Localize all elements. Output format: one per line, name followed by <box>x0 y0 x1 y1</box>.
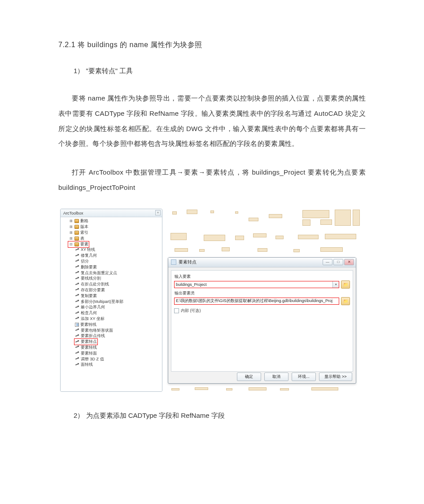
tree-tool[interactable]: 要素转线 <box>62 345 162 351</box>
expand-icon[interactable] <box>69 230 73 235</box>
toolbox-icon <box>74 219 79 223</box>
arctoolbox-tree[interactable]: 删格 版本 索引 表 要素 XY 转线 修复几何 切分 删除要素 复点去角面重定… <box>61 217 162 391</box>
tree-tool[interactable]: 添加 XY 坐标 <box>62 316 162 322</box>
hammer-icon <box>75 316 79 321</box>
tree-tool[interactable]: 最小边界几何 <box>62 304 162 310</box>
arctoolbox-titlebar: ArcToolbox × <box>61 209 162 217</box>
script-icon <box>75 323 79 327</box>
toolbox-icon <box>74 231 79 235</box>
hammer-icon <box>75 363 79 367</box>
hammer-icon <box>75 311 79 316</box>
dialog-body: 输入要素 buildings_Project ▾ 📁 输出要素类 E:\我的数据… <box>171 270 353 372</box>
cancel-button[interactable]: 取消 <box>264 373 288 381</box>
hammer-icon <box>75 357 79 361</box>
dialog-title: 要素转点 <box>179 259 322 265</box>
input-features-label: 输入要素 <box>175 274 350 280</box>
paragraph-1: 要将 name 属性作为块参照导出，需要一个点要素类以控制块参照的插入位置，点要… <box>58 91 366 151</box>
minimize-button[interactable]: — <box>323 259 332 265</box>
hammer-icon <box>75 340 79 344</box>
expand-icon[interactable] <box>69 219 73 224</box>
expand-icon[interactable] <box>69 225 73 229</box>
hammer-icon <box>75 345 79 350</box>
tree-tool[interactable]: 要素转线 <box>62 322 162 328</box>
ok-button[interactable]: 确定 <box>237 373 261 381</box>
arctoolbox-panel: ArcToolbox × 删格 版本 索引 表 要素 XY 转线 修复几何 切分… <box>60 209 162 392</box>
tree-tool[interactable]: 要线线分割 <box>62 276 162 281</box>
dropdown-icon[interactable]: ▾ <box>332 281 339 288</box>
tree-tool[interactable]: 删除要素 <box>62 264 162 270</box>
output-features-value: E:\我的数据\团队的文件\GIS的数据提取\解决的过程\Beijing.gdb… <box>175 298 339 304</box>
step-2-label: 2） 为点要素添加 CADType 字段和 RefName 字段 <box>74 412 366 420</box>
collapse-icon[interactable] <box>69 242 73 246</box>
tree-tool[interactable]: XY 转线 <box>62 247 162 253</box>
pin-icon[interactable]: × <box>155 210 161 215</box>
dialog-titlebar[interactable]: 要素转点 — □ ✕ <box>168 258 356 267</box>
section-heading: 7.2.1 将 buildings 的 name 属性作为块参照 <box>58 40 366 50</box>
maximize-button[interactable]: □ <box>333 259 343 265</box>
output-features-label: 输出要素类 <box>175 290 350 296</box>
hammer-icon <box>75 294 79 298</box>
checkbox-icon[interactable] <box>174 308 179 313</box>
tree-tool[interactable]: 要素折点传线 <box>62 333 162 339</box>
hammer-icon <box>75 288 79 292</box>
hammer-icon <box>75 334 79 338</box>
toolbox-icon <box>74 242 79 246</box>
toolbox-icon <box>74 225 79 229</box>
input-features-combo[interactable]: buildings_Project ▾ <box>174 281 339 288</box>
inside-checkbox-row[interactable]: 内部 (可选) <box>174 308 350 314</box>
tree-tool[interactable]: 复点去角面重定义点 <box>62 270 162 276</box>
hammer-icon <box>75 351 79 355</box>
hammer-icon <box>75 299 79 304</box>
tree-tool[interactable]: 存在部分要素 <box>62 287 162 293</box>
close-button[interactable]: ✕ <box>344 259 354 265</box>
feature-to-point-dialog: 要素转点 — □ ✕ 输入要素 buildings_Project ▾ 📁 输出… <box>168 257 356 384</box>
tree-tool[interactable]: 复制要素 <box>62 293 162 299</box>
hammer-icon <box>75 248 79 252</box>
hammer-icon <box>75 271 79 275</box>
tree-folder[interactable]: 索引 <box>62 230 162 236</box>
arctoolbox-title-text: ArcToolbox <box>63 211 83 215</box>
step-1-label: 1） "要素转点" 工具 <box>74 67 366 75</box>
expand-icon[interactable] <box>69 236 73 241</box>
toolbox-icon <box>74 237 79 241</box>
tree-tool[interactable]: 修复几何 <box>62 253 162 259</box>
tree-folder[interactable]: 版本 <box>62 224 162 230</box>
hammer-icon <box>75 282 79 287</box>
tree-tool-feature-to-point[interactable]: 要素转点 <box>62 339 162 345</box>
hammer-icon <box>75 265 79 269</box>
input-features-value: buildings_Project <box>175 282 332 287</box>
tree-tool[interactable]: 切分 <box>62 259 162 264</box>
show-help-button[interactable]: 显示帮助 >> <box>319 373 352 381</box>
tool-icon <box>171 259 176 265</box>
inside-checkbox-label: 内部 (可选) <box>181 308 201 314</box>
browse-input-button[interactable]: 📁 <box>341 280 350 289</box>
tree-tool[interactable]: 调整 3D Z 值 <box>62 356 162 362</box>
hammer-icon <box>75 276 79 281</box>
browse-output-button[interactable]: 📁 <box>341 297 350 305</box>
tree-tool[interactable]: 要素包络矩形状面 <box>62 328 162 333</box>
hammer-icon <box>75 254 79 258</box>
tree-folder-features[interactable]: 要素 <box>62 241 162 247</box>
paragraph-2: 打开 ArcToolbox 中数据管理工具→要素→要素转点，将 building… <box>58 165 366 195</box>
tree-tool[interactable]: 在折点处分割线 <box>62 281 162 287</box>
tree-tool[interactable]: 多部分(Multipart)至单部 <box>62 299 162 305</box>
hammer-icon <box>75 328 79 333</box>
map-and-dialog-area: 要素转点 — □ ✕ 输入要素 buildings_Project ▾ 📁 输出… <box>168 209 366 392</box>
tree-tool[interactable]: 检查几何 <box>62 310 162 316</box>
tree-tool[interactable]: 面转线 <box>62 362 162 368</box>
tree-folder[interactable]: 删格 <box>62 219 162 224</box>
tree-tool[interactable]: 要素转面 <box>62 351 162 356</box>
dialog-button-row: 确定 取消 环境... 显示帮助 >> <box>237 373 352 381</box>
environments-button[interactable]: 环境... <box>292 373 316 381</box>
hammer-icon <box>75 305 79 310</box>
figure-row: ArcToolbox × 删格 版本 索引 表 要素 XY 转线 修复几何 切分… <box>60 209 366 392</box>
output-features-field[interactable]: E:\我的数据\团队的文件\GIS的数据提取\解决的过程\Beijing.gdb… <box>174 298 339 305</box>
hammer-icon <box>75 259 79 263</box>
